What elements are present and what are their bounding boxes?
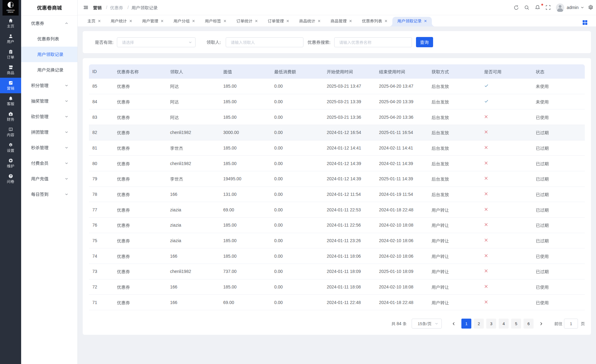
svg-text:DREAM: DREAM: [8, 11, 13, 13]
svg-text:A: A: [12, 4, 14, 7]
